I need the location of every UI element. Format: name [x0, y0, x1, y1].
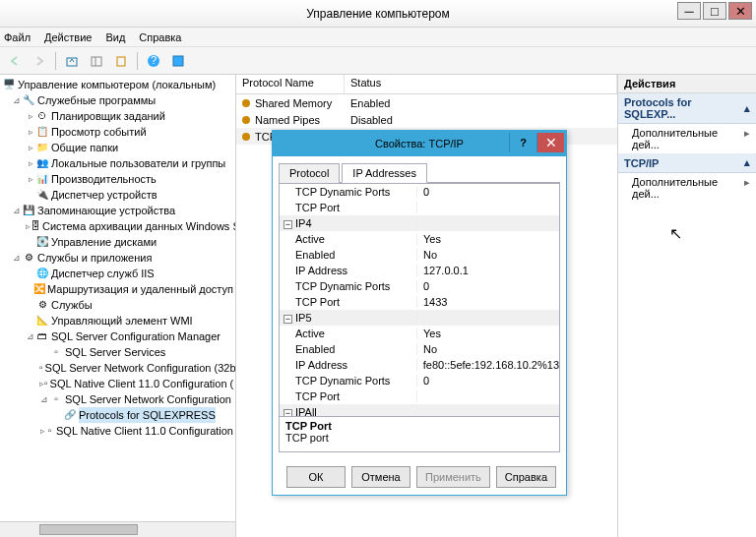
menu-help[interactable]: Справка: [139, 31, 181, 43]
tree-device-manager[interactable]: Диспетчер устройств: [51, 187, 158, 203]
apply-button[interactable]: Применить: [416, 466, 490, 488]
collapse-icon[interactable]: −: [284, 315, 292, 324]
prop-value[interactable]: No: [417, 343, 559, 355]
prop-key: TCP Dynamic Ports: [280, 375, 417, 387]
dialog-close-button[interactable]: ✕: [536, 133, 564, 152]
tree-event-viewer[interactable]: Просмотр событий: [51, 124, 147, 140]
tree-performance[interactable]: Производительность: [51, 171, 157, 187]
prop-key: TCP Dynamic Ports: [280, 280, 417, 292]
tree-system-tools[interactable]: Служебные программы: [37, 92, 156, 108]
protocols-icon: 🔗: [63, 408, 77, 422]
close-button[interactable]: ✕: [728, 2, 752, 20]
dialog-help-footer-button[interactable]: Справка: [496, 466, 556, 488]
column-status[interactable]: Status: [345, 75, 617, 93]
show-hide-tree-button[interactable]: [86, 50, 107, 72]
actions-header: Действия: [618, 75, 756, 93]
prop-value[interactable]: 127.0.0.1: [417, 265, 559, 276]
toolbar: ?: [0, 47, 756, 75]
tree-horizontal-scrollbar[interactable]: [0, 521, 235, 537]
tree-sql-native[interactable]: SQL Native Client 11.0 Configuration: [56, 423, 233, 439]
prop-key: Active: [280, 328, 417, 339]
dialog-help-button[interactable]: ?: [509, 133, 536, 152]
menu-file[interactable]: Файл: [4, 31, 31, 43]
navigation-tree[interactable]: 🖥️Управление компьютером (локальным) ⊿🔧С…: [2, 77, 233, 439]
prop-value[interactable]: 0: [417, 186, 559, 198]
actions-section-protocols[interactable]: Protocols for SQLEXP...▴: [618, 93, 756, 124]
cell-protocol-name: Named Pipes: [255, 114, 320, 126]
svg-rect-3: [117, 57, 125, 66]
tree-storage[interactable]: Запоминающие устройства: [37, 203, 175, 218]
tree-protocols-sqlexpress[interactable]: Protocols for SQLEXPRESS: [79, 407, 216, 423]
sqlservices-icon: ▫: [49, 345, 63, 359]
tree-wmi[interactable]: Управляющий элемент WMI: [51, 313, 193, 328]
tree-task-scheduler[interactable]: Планировщик заданий: [51, 108, 165, 124]
group-ipall[interactable]: −IPAll: [280, 406, 417, 417]
sqlnetwork32-icon: ▫: [39, 361, 43, 375]
tree-sql-network[interactable]: SQL Server Network Configuration: [65, 391, 231, 407]
svg-text:?: ?: [151, 54, 157, 66]
tree-services-apps[interactable]: Службы и приложения: [37, 250, 152, 266]
actions-more-protocols[interactable]: Дополнительные дей...▸: [618, 124, 756, 153]
tree-disk-management[interactable]: Управление дисками: [51, 234, 157, 250]
menu-action[interactable]: Действие: [44, 31, 92, 43]
tree-services[interactable]: Службы: [51, 297, 93, 313]
list-header: Protocol Name Status: [236, 75, 617, 94]
help-button[interactable]: ?: [143, 50, 164, 72]
storage-icon: 💾: [22, 204, 35, 217]
up-button[interactable]: [61, 50, 83, 72]
property-grid[interactable]: TCP Dynamic Ports0 TCP Port −IP4 ActiveY…: [279, 183, 560, 417]
prop-key: Enabled: [280, 343, 417, 355]
prop-value[interactable]: No: [417, 249, 559, 261]
dialog-titlebar[interactable]: Свойства: TCP/IP ? ✕: [273, 131, 566, 156]
services-apps-icon: ⚙: [22, 251, 35, 265]
tree-sql-config-mgr[interactable]: SQL Server Configuration Manager: [51, 328, 220, 344]
prop-value[interactable]: Yes: [417, 328, 559, 339]
eventviewer-icon: 📋: [35, 125, 49, 139]
actions-section-tcpip[interactable]: TCP/IP▴: [618, 153, 756, 173]
tab-protocol[interactable]: Protocol: [279, 163, 340, 183]
protocol-icon: [240, 97, 252, 109]
refresh-button[interactable]: [167, 50, 189, 72]
prop-value[interactable]: 1433: [417, 296, 559, 308]
forward-button[interactable]: [29, 50, 50, 72]
computer-icon: 🖥️: [2, 78, 16, 91]
tree-windows-backup[interactable]: Система архивации данных Windows Ser: [42, 218, 236, 234]
tree-root[interactable]: Управление компьютером (локальным): [18, 77, 216, 92]
export-button[interactable]: [110, 50, 132, 72]
collapse-icon: ▴: [744, 156, 750, 169]
protocol-icon: [240, 114, 252, 126]
tree-sql-services[interactable]: SQL Server Services: [65, 344, 165, 360]
prop-value[interactable]: fe80::5efe:192.168.10.2%13: [417, 359, 559, 371]
cancel-button[interactable]: Отмена: [351, 466, 410, 488]
column-protocol-name[interactable]: Protocol Name: [236, 75, 345, 93]
diskmgmt-icon: 💽: [35, 235, 49, 249]
ok-button[interactable]: ОК: [286, 466, 346, 488]
prop-value[interactable]: Yes: [417, 233, 559, 245]
menu-view[interactable]: Вид: [105, 31, 125, 43]
tree-local-users[interactable]: Локальные пользователи и группы: [51, 155, 225, 171]
group-ip4[interactable]: −IP4: [280, 217, 417, 229]
wmi-icon: 📐: [35, 314, 49, 328]
tree-iis-manager[interactable]: Диспетчер служб IIS: [51, 266, 155, 281]
services-icon: ⚙: [35, 298, 49, 312]
iis-icon: 🌐: [35, 267, 49, 280]
list-row[interactable]: Named Pipes Disabled: [236, 111, 617, 128]
maximize-button[interactable]: □: [703, 2, 726, 20]
sqlnetwork-icon: ▫: [49, 392, 63, 406]
list-row[interactable]: Shared Memory Enabled: [236, 94, 617, 111]
tree-sql-network-32[interactable]: SQL Server Network Configuration (32b: [45, 360, 236, 376]
collapse-icon[interactable]: −: [284, 409, 292, 417]
group-ip5[interactable]: −IP5: [280, 312, 417, 324]
tree-sql-native-32[interactable]: SQL Native Client 11.0 Configuration (: [50, 376, 234, 391]
actions-more-tcpip[interactable]: Дополнительные дей...▸: [618, 173, 756, 203]
prop-value[interactable]: 0: [417, 280, 559, 292]
tree-shared-folders[interactable]: Общие папки: [51, 140, 118, 155]
collapse-icon[interactable]: −: [284, 220, 292, 229]
tree-routing[interactable]: Маршрутизация и удаленный доступ: [47, 281, 233, 297]
back-button[interactable]: [4, 50, 26, 72]
tab-ip-addresses[interactable]: IP Addresses: [342, 163, 427, 183]
prop-key: TCP Port: [280, 202, 417, 213]
minimize-button[interactable]: ─: [677, 2, 701, 20]
scheduler-icon: ⏲: [35, 109, 49, 123]
prop-value[interactable]: 0: [417, 375, 559, 387]
